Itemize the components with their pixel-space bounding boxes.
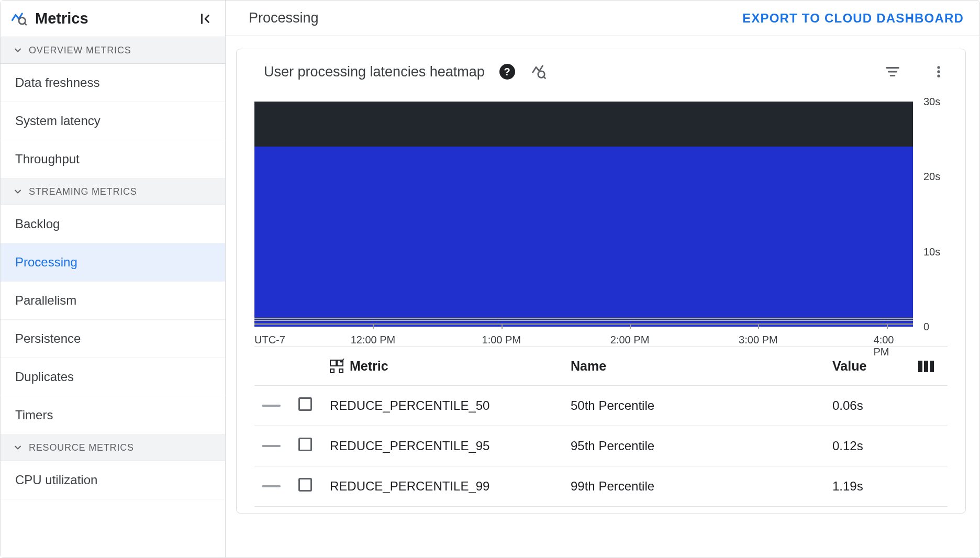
cell-name: 95th Percentile <box>571 439 832 453</box>
chevron-down-icon <box>12 442 24 453</box>
sidebar-section-header[interactable]: RESOURCE METRICS <box>1 434 225 461</box>
more-vert-icon[interactable] <box>930 63 948 81</box>
cell-value: 0.06s <box>832 398 918 413</box>
table-row[interactable]: REDUCE_PERCENTILE_9595th Percentile0.12s <box>254 426 948 466</box>
help-circle-icon[interactable]: ? <box>499 64 515 80</box>
column-header-value[interactable]: Value <box>832 359 918 374</box>
sidebar-section-label: STREAMING METRICS <box>29 186 137 197</box>
row-checkbox[interactable] <box>298 438 312 451</box>
sidebar-item-cpu-utilization[interactable]: CPU utilization <box>1 461 225 499</box>
overlay-line-p99 <box>254 318 913 319</box>
legend-swatch <box>262 485 281 487</box>
row-checkbox[interactable] <box>298 397 312 411</box>
heatmap-band <box>254 147 913 327</box>
cell-metric: REDUCE_PERCENTILE_50 <box>330 398 571 413</box>
column-picker-icon[interactable] <box>918 361 945 372</box>
sidebar-item-processing[interactable]: Processing <box>1 243 225 282</box>
sidebar-item-duplicates[interactable]: Duplicates <box>1 358 225 396</box>
sidebar: Metrics OVERVIEW METRICSData freshnessSy… <box>1 1 226 557</box>
sidebar-section-header[interactable]: STREAMING METRICS <box>1 178 225 205</box>
export-to-cloud-dashboard-button[interactable]: EXPORT TO CLOUD DASHBOARD <box>742 11 964 26</box>
x-axis-tick-label: 1:00 PM <box>482 334 521 346</box>
sidebar-header: Metrics <box>1 1 225 37</box>
x-axis-timezone-label: UTC-7 <box>254 334 285 346</box>
metrics-logo-icon <box>11 11 27 27</box>
metrics-explorer-icon[interactable] <box>530 63 548 81</box>
svg-point-8 <box>937 70 940 73</box>
cell-value: 1.19s <box>832 479 918 494</box>
page-title: Processing <box>249 10 319 26</box>
cell-name: 50th Percentile <box>571 398 832 413</box>
filter-icon[interactable] <box>884 63 901 81</box>
svg-line-3 <box>543 76 545 78</box>
latency-heatmap-card: User processing latencies heatmap ? <box>236 49 966 514</box>
column-header-metric[interactable]: Metric <box>350 359 388 374</box>
legend-swatch <box>262 445 281 447</box>
y-axis-tick-label: 20s <box>923 171 940 183</box>
sidebar-item-timers[interactable]: Timers <box>1 396 225 434</box>
y-axis-tick-label: 0 <box>923 321 929 333</box>
main-header: Processing EXPORT TO CLOUD DASHBOARD <box>226 1 979 36</box>
legend-swatch <box>262 405 281 407</box>
svg-point-9 <box>937 74 940 77</box>
sidebar-item-parallelism[interactable]: Parallelism <box>1 282 225 320</box>
table-row[interactable]: REDUCE_PERCENTILE_5050th Percentile0.06s <box>254 386 948 426</box>
sidebar-section-header[interactable]: OVERVIEW METRICS <box>1 37 225 64</box>
row-checkbox[interactable] <box>298 478 312 492</box>
sidebar-item-persistence[interactable]: Persistence <box>1 320 225 358</box>
cell-metric: REDUCE_PERCENTILE_99 <box>330 479 571 494</box>
x-axis-tick-label: 3:00 PM <box>739 334 777 346</box>
x-axis-tick-label: 12:00 PM <box>351 334 396 346</box>
svg-line-1 <box>25 23 26 25</box>
chevron-down-icon <box>12 44 24 56</box>
main: Processing EXPORT TO CLOUD DASHBOARD Use… <box>226 1 979 557</box>
chevron-down-icon <box>12 186 24 197</box>
sidebar-item-system-latency[interactable]: System latency <box>1 102 225 140</box>
cell-metric: REDUCE_PERCENTILE_95 <box>330 439 571 453</box>
y-axis-tick-label: 10s <box>923 245 940 258</box>
table-row[interactable]: REDUCE_PERCENTILE_9999th Percentile1.19s <box>254 466 948 507</box>
collapse-sidebar-button[interactable] <box>197 10 214 27</box>
x-axis-tick-label: 2:00 PM <box>610 334 649 346</box>
cell-value: 0.12s <box>832 439 918 453</box>
table-header-row: ✓ Metric Name Value <box>254 347 948 386</box>
sidebar-section-label: OVERVIEW METRICS <box>29 45 131 56</box>
overlay-line-p95 <box>254 320 913 321</box>
heatmap-band <box>254 102 913 147</box>
sidebar-title: Metrics <box>35 10 188 27</box>
grid-toggle-icon[interactable]: ✓ <box>330 360 343 373</box>
svg-point-7 <box>937 66 940 69</box>
cell-name: 99th Percentile <box>571 479 832 494</box>
column-header-name[interactable]: Name <box>571 359 832 374</box>
sidebar-section-label: RESOURCE METRICS <box>29 442 134 453</box>
heatmap-chart[interactable]: UTC-712:00 PM1:00 PM2:00 PM3:00 PM4:00 P… <box>254 102 948 327</box>
sidebar-item-data-freshness[interactable]: Data freshness <box>1 64 225 102</box>
chart-title: User processing latencies heatmap <box>264 64 485 80</box>
sidebar-item-backlog[interactable]: Backlog <box>1 205 225 243</box>
y-axis-tick-label: 30s <box>923 96 940 108</box>
sidebar-item-throughput[interactable]: Throughput <box>1 140 225 178</box>
percentile-table: ✓ Metric Name Value REDUCE_PERCENTILE_50… <box>254 347 948 507</box>
x-axis-tick-label: 4:00 PM <box>874 334 900 358</box>
